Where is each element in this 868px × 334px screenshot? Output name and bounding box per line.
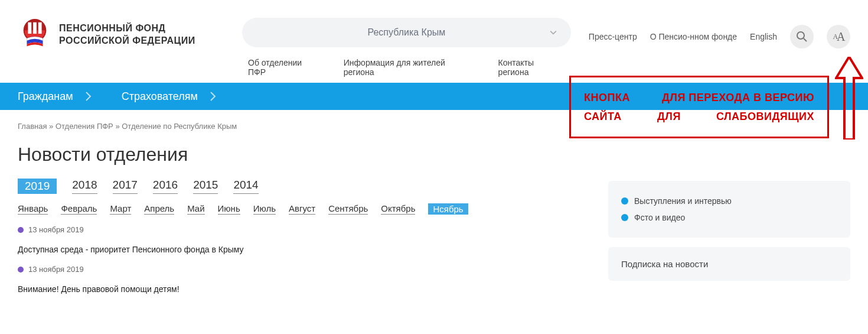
news-date: 13 ноября 2019 bbox=[18, 225, 585, 234]
header-middle: Республика Крым Об отделении ПФР Информа… bbox=[242, 18, 571, 83]
year-2015[interactable]: 2015 bbox=[193, 179, 218, 194]
svg-rect-3 bbox=[38, 22, 42, 34]
page-title: Новости отделения bbox=[18, 144, 585, 166]
annotation-arrow-icon bbox=[835, 57, 863, 140]
month-tab[interactable]: Нсябрь bbox=[428, 203, 468, 215]
search-button[interactable] bbox=[790, 25, 814, 48]
subnav-contacts[interactable]: Контакты региона bbox=[498, 58, 565, 77]
chevron-down-icon bbox=[549, 28, 558, 37]
subnav-about[interactable]: Об отделении ПФР bbox=[248, 58, 320, 77]
sidebar-links-panel: Выступления и интервьюФсто и видео bbox=[608, 181, 850, 238]
bullet-icon bbox=[621, 214, 628, 221]
month-tab[interactable]: Март bbox=[110, 203, 131, 215]
subscribe-title: Подписка на новости bbox=[621, 259, 837, 269]
year-2019[interactable]: 2019 bbox=[18, 179, 57, 194]
logo-line1: ПЕНСИОННЫЙ ФОНД bbox=[59, 22, 195, 35]
region-select-value: Республика Крым bbox=[367, 27, 445, 38]
month-filter: ЯнварьФевральМартАпрельМайИюньИюльАвгуст… bbox=[18, 203, 585, 215]
pfr-logo-icon bbox=[18, 18, 52, 52]
annotation-text: САЙТА bbox=[584, 107, 622, 126]
month-tab[interactable]: Июнь bbox=[218, 203, 240, 215]
font-large-icon: A bbox=[837, 31, 844, 43]
nav-citizens-label: Гражданам bbox=[18, 90, 73, 103]
nav-citizens[interactable]: Гражданам bbox=[18, 90, 92, 103]
news-title: Доступная среда - приоритет Пенсионного … bbox=[18, 245, 585, 254]
breadcrumb: Главная » Отделения ПФР » Отделение по Р… bbox=[18, 122, 585, 131]
svg-rect-1 bbox=[28, 22, 31, 34]
month-tab[interactable]: Январь bbox=[18, 203, 48, 215]
content-column: Главная » Отделения ПФР » Отделение по Р… bbox=[18, 122, 585, 294]
subnav-info[interactable]: Информация для жителей региона bbox=[344, 58, 475, 77]
bullet-icon bbox=[18, 267, 24, 273]
annotation-text: СЛАБОВИДЯЩИХ bbox=[716, 107, 814, 126]
bullet-icon bbox=[621, 197, 628, 205]
link-about-fund[interactable]: О Пенсио-нном фонде bbox=[650, 32, 737, 41]
search-icon bbox=[796, 31, 808, 43]
svg-line-5 bbox=[804, 38, 807, 41]
month-tab[interactable]: Май bbox=[187, 203, 204, 215]
region-select[interactable]: Республика Крым bbox=[242, 18, 571, 47]
logo-line2: РОССИЙСКОЙ ФЕДЕРАЦИИ bbox=[59, 35, 195, 47]
news-title: Внимание! День правовой помощи детям! bbox=[18, 284, 585, 294]
crumb-current: Отделение по Республике Крым bbox=[122, 122, 237, 131]
nav-insurers-label: Страхователям bbox=[122, 90, 198, 103]
year-filter: 201920182017201620152014 bbox=[18, 179, 585, 194]
svg-point-4 bbox=[797, 32, 804, 39]
crumb-sep: » bbox=[47, 122, 55, 131]
header-utility: Пресс-центр О Пенсио-нном фонде English … bbox=[571, 18, 850, 48]
year-2018[interactable]: 2018 bbox=[72, 179, 97, 194]
news-item[interactable]: 13 ноября 2019Доступная среда - приорите… bbox=[18, 225, 585, 254]
year-2016[interactable]: 2016 bbox=[153, 179, 178, 194]
news-list: 13 ноября 2019Доступная среда - приорите… bbox=[18, 225, 585, 294]
month-tab[interactable]: Апрель bbox=[144, 203, 174, 215]
region-sub-nav: Об отделении ПФР Информация для жителей … bbox=[242, 47, 571, 83]
link-english[interactable]: English bbox=[750, 32, 777, 41]
logo-text: ПЕНСИОННЫЙ ФОНД РОССИЙСКОЙ ФЕДЕРАЦИИ bbox=[59, 22, 195, 47]
news-item[interactable]: 13 ноября 2019Внимание! День правовой по… bbox=[18, 265, 585, 294]
site-header: ПЕНСИОННЫЙ ФОНД РОССИЙСКОЙ ФЕДЕРАЦИИ Рес… bbox=[0, 0, 868, 83]
chevron-right-icon bbox=[210, 91, 217, 102]
month-tab[interactable]: Август bbox=[289, 203, 315, 215]
crumb-branches[interactable]: Отделения ПФР bbox=[56, 122, 113, 131]
month-tab[interactable]: Октябрь bbox=[381, 203, 415, 215]
sidebar-link[interactable]: Выступления и интервью bbox=[621, 193, 837, 209]
annotation-text: ДЛЯ ПЕРЕХОДА В ВЕРСИЮ bbox=[662, 88, 814, 107]
annotation-callout: КНОПКА ДЛЯ ПЕРЕХОДА В ВЕРСИЮ САЙТА ДЛЯ С… bbox=[569, 76, 829, 138]
month-tab[interactable]: Июль bbox=[253, 203, 276, 215]
svg-marker-6 bbox=[836, 57, 862, 140]
annotation-text: ДЛЯ bbox=[657, 107, 681, 126]
nav-insurers[interactable]: Страхователям bbox=[122, 90, 217, 103]
month-tab[interactable]: Сентябрь bbox=[328, 203, 368, 215]
subscribe-panel: Подписка на новости bbox=[608, 247, 850, 281]
chevron-right-icon bbox=[85, 91, 92, 102]
annotation-text: КНОПКА bbox=[584, 88, 630, 107]
link-press-center[interactable]: Пресс-центр bbox=[589, 32, 637, 41]
crumb-sep: » bbox=[113, 122, 122, 131]
crumb-home[interactable]: Главная bbox=[18, 122, 47, 131]
svg-rect-2 bbox=[33, 22, 37, 34]
year-2017[interactable]: 2017 bbox=[113, 179, 138, 194]
bullet-icon bbox=[18, 227, 24, 233]
news-date: 13 ноября 2019 bbox=[18, 265, 585, 274]
sidebar-link[interactable]: Фсто и видео bbox=[621, 209, 837, 226]
site-logo[interactable]: ПЕНСИОННЫЙ ФОНД РОССИЙСКОЙ ФЕДЕРАЦИИ bbox=[18, 18, 242, 52]
font-small-icon: A bbox=[833, 33, 837, 40]
sidebar: Выступления и интервьюФсто и видео Подпи… bbox=[608, 122, 850, 294]
month-tab[interactable]: Февраль bbox=[61, 203, 97, 215]
year-2014[interactable]: 2014 bbox=[233, 179, 258, 194]
accessibility-button[interactable]: AA bbox=[827, 25, 850, 48]
